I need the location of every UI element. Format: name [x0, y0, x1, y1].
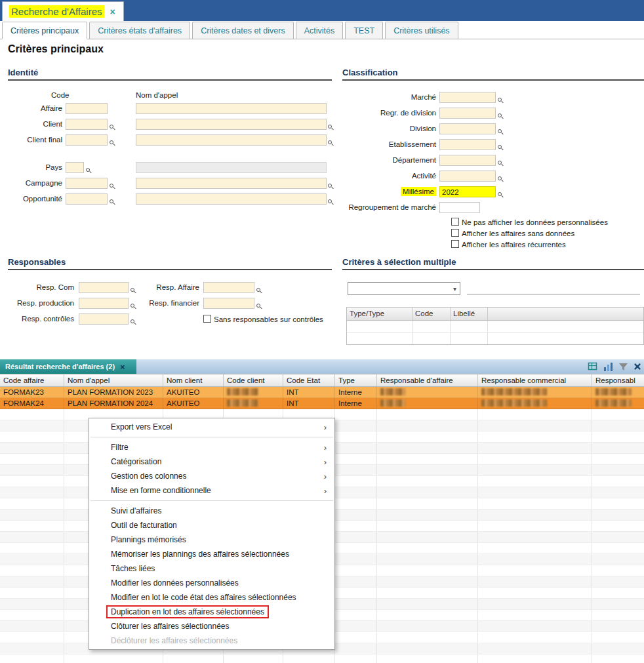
column-libelle[interactable]: Libellé [451, 308, 488, 320]
empty-cell [0, 654, 64, 663]
menu-item-cloturer-affaires[interactable]: Clôturer les affaires sélectionnées [89, 619, 334, 633]
resp-com-input[interactable] [79, 282, 129, 293]
column-type[interactable]: Type [335, 374, 377, 386]
empty-cell [377, 532, 478, 542]
tab-criteres-dates-divers[interactable]: Critères dates et divers [192, 22, 294, 39]
tab-criteres-etats-affaires[interactable]: Critères états d'affaires [89, 22, 190, 39]
menu-item-memoriser-plannings[interactable]: Mémoriser les plannings des affaires sél… [89, 547, 334, 561]
magnifier-icon[interactable] [498, 192, 502, 196]
result-row-formak23[interactable]: FORMAK23 PLAN FORMATION 2023 AKUITEO INT… [0, 387, 644, 398]
magnifier-icon[interactable] [86, 168, 90, 172]
close-icon[interactable]: × [120, 362, 125, 372]
resp-production-label: Resp. production [0, 299, 74, 307]
empty-cell [592, 476, 644, 487]
column-type-type[interactable]: Type/Type [347, 308, 413, 320]
magnifier-icon[interactable] [498, 113, 502, 117]
client-code-input[interactable] [66, 119, 108, 130]
column-responsable-commercial[interactable]: Responsable commercial [478, 374, 592, 386]
tab-criteres-utilises[interactable]: Critères utilisés [385, 22, 458, 39]
opportunite-name-input[interactable] [136, 193, 327, 205]
checkbox-ne-pas-afficher-donnees-personnalisees[interactable] [451, 218, 459, 226]
resp-affaire-input[interactable] [203, 282, 254, 293]
tab-activites[interactable]: Activités [296, 22, 344, 39]
menu-item-filtre[interactable]: Filtre › [89, 440, 334, 454]
checkbox-afficher-affaires-sans-donnees[interactable] [451, 229, 459, 237]
column-nom-client[interactable]: Nom client [163, 374, 224, 386]
etablissement-input[interactable] [439, 139, 496, 150]
magnifier-icon[interactable] [498, 98, 502, 102]
checkbox-afficher-affaires-recurrentes[interactable] [451, 240, 459, 248]
magnifier-icon[interactable] [498, 176, 502, 180]
menu-item-mise-en-forme-conditionnelle[interactable]: Mise en forme conditionnelle › [89, 483, 334, 498]
menu-item-suivi-affaires[interactable]: Suivi d'affaires [89, 504, 334, 518]
magnifier-icon[interactable] [131, 319, 134, 323]
column-responsable-affaire[interactable]: Responsable d'affaire [377, 374, 478, 386]
empty-cell [335, 476, 377, 487]
chart-icon[interactable] [603, 362, 613, 372]
menu-item-plannings-memorises[interactable]: Plannings mémorisés [89, 532, 334, 547]
checkbox-sans-responsables-controles[interactable] [203, 315, 211, 323]
menu-item-modifier-en-lot-code-etat[interactable]: Modifier en lot le code état des affaire… [89, 590, 334, 605]
magnifier-icon[interactable] [256, 304, 260, 308]
menu-item-outil-de-facturation[interactable]: Outil de facturation [89, 518, 334, 532]
tab-criteres-principaux[interactable]: Critères principaux [2, 22, 87, 39]
criteria-tabbar: Critères principaux Critères états d'aff… [0, 21, 644, 39]
multi-criteria-dropdown[interactable]: ▾ [348, 282, 460, 295]
departement-input[interactable] [439, 155, 496, 166]
affaire-name-input[interactable] [136, 103, 327, 114]
resp-financier-input[interactable] [203, 298, 254, 309]
magnifier-icon[interactable] [131, 288, 134, 292]
column-code[interactable]: Code [413, 308, 451, 320]
pays-code-input[interactable] [66, 162, 84, 173]
magnifier-icon[interactable] [110, 140, 113, 144]
menu-item-export-vers-excel[interactable]: Export vers Excel › [89, 420, 334, 434]
close-icon[interactable]: × [110, 7, 115, 17]
resp-production-input[interactable] [79, 298, 129, 309]
magnifier-icon[interactable] [110, 184, 113, 188]
client-final-name-input[interactable] [136, 134, 327, 146]
marche-input[interactable] [439, 92, 496, 103]
results-tab[interactable]: Résultat recherche d'affaires (2) × [0, 359, 136, 374]
menu-item-gestion-des-colonnes[interactable]: Gestion des colonnes › [89, 469, 334, 483]
affaire-code-input[interactable] [66, 103, 108, 114]
magnifier-icon[interactable] [110, 199, 113, 203]
column-code-client[interactable]: Code client [224, 374, 283, 386]
magnifier-icon[interactable] [131, 304, 134, 308]
export-icon[interactable] [588, 361, 598, 372]
campagne-code-input[interactable] [66, 178, 108, 189]
client-final-code-input[interactable] [66, 134, 108, 146]
column-nom-appel[interactable]: Nom d'appel [64, 374, 163, 386]
document-tab-recherche-affaires[interactable]: Recherche d'Affaires × [2, 1, 124, 21]
magnifier-icon[interactable] [256, 288, 260, 292]
result-row-formak24[interactable]: FORMAK24 PLAN FORMATION 2024 AKUITEO INT… [0, 398, 644, 409]
magnifier-icon[interactable] [110, 125, 113, 129]
resp-controles-input[interactable] [79, 313, 129, 325]
magnifier-icon[interactable] [498, 129, 502, 133]
campagne-name-input[interactable] [136, 178, 327, 189]
filter-icon[interactable] [618, 362, 628, 372]
page-title: Critères principaux [8, 43, 104, 55]
magnifier-icon[interactable] [498, 161, 502, 165]
multi-criteria-value-field[interactable] [467, 282, 640, 294]
magnifier-icon[interactable] [498, 145, 502, 149]
menu-item-categorisation[interactable]: Catégorisation › [89, 454, 334, 469]
menu-item-taches-liees[interactable]: Tâches liées [89, 561, 334, 576]
client-name-input[interactable] [136, 119, 327, 130]
column-responsable-3[interactable]: Responsabl [592, 374, 644, 386]
column-code-etat[interactable]: Code Etat [283, 374, 335, 386]
regroupement-marche-input[interactable] [439, 202, 480, 213]
menu-item-modifier-donnees-personnalisees[interactable]: Modifier les données personnalisées [89, 576, 334, 590]
empty-cell [0, 532, 64, 542]
division-input[interactable] [439, 123, 496, 134]
menu-item-duplication-en-lot[interactable]: Duplication en lot des affaires sélectio… [89, 605, 334, 619]
column-code-affaire[interactable]: Code affaire [0, 374, 64, 386]
submenu-arrow-icon: › [324, 458, 327, 466]
activite-input[interactable] [439, 171, 496, 182]
section-classification: Classification [342, 68, 644, 81]
redacted-value [595, 399, 632, 407]
tab-test[interactable]: TEST [345, 22, 383, 39]
pin-icon[interactable] [634, 363, 641, 371]
regr-division-input[interactable] [439, 108, 496, 119]
millesime-input[interactable] [439, 186, 496, 197]
opportunite-code-input[interactable] [66, 193, 108, 205]
